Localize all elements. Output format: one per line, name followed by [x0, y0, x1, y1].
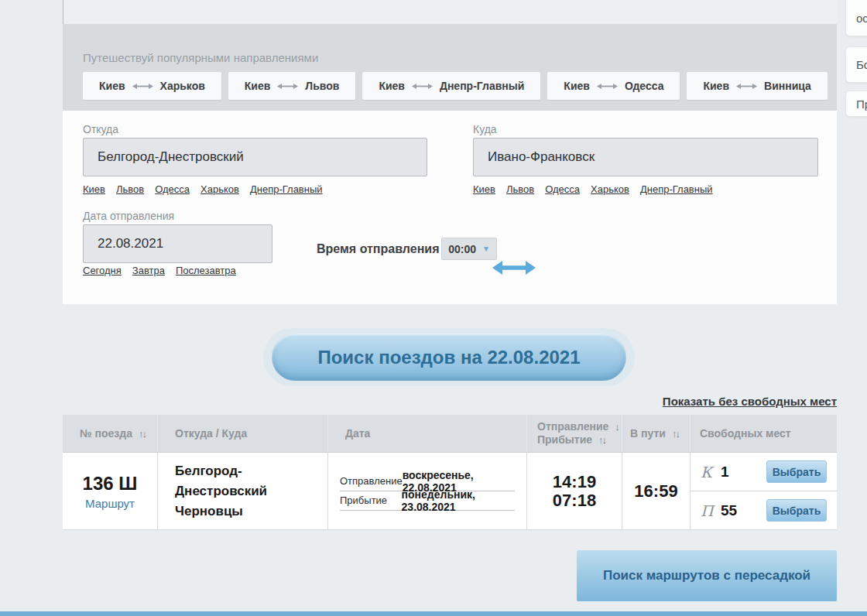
popular-route-kiev-lvov[interactable]: Киев Львов: [228, 72, 356, 100]
duration-value: 16:59: [634, 481, 677, 501]
right-panel-card-1[interactable]: ос: [845, 0, 867, 36]
search-trains-button[interactable]: Поиск поездов на 22.08.2021: [272, 334, 626, 381]
to-input[interactable]: [473, 138, 818, 176]
to-quick-link[interactable]: Львов: [506, 183, 534, 195]
double-arrow-icon: [736, 83, 757, 90]
results-table: № поезда ↑↓ Откуда / Куда Дата Отправлен…: [63, 415, 837, 530]
header-departure-arrival: Отправление↓ Прибытие↑↓: [527, 415, 622, 452]
cell-train-number: 136 Ш Маршрут: [63, 453, 158, 529]
from-quick-link[interactable]: Одесса: [155, 183, 190, 195]
popular-directions-band: Путешествуй популярными направлениями Ки…: [63, 24, 837, 111]
header-label: В пути: [630, 427, 666, 440]
route-to-station: Черновцы: [175, 501, 327, 522]
choose-seat-button[interactable]: Выбрать: [766, 460, 827, 483]
popular-route-kiev-kharkov[interactable]: Киев Харьков: [83, 72, 221, 100]
date-input[interactable]: [83, 224, 272, 263]
route-from: Киев: [379, 80, 405, 92]
popular-route-kiev-dnepr[interactable]: Киев Днепр-Главный: [362, 72, 540, 100]
popular-route-kiev-odessa[interactable]: Киев Одесса: [547, 72, 680, 100]
route-to: Днепр-Главный: [440, 80, 524, 92]
cell-route: Белгород-Днестровский Черновцы: [158, 453, 328, 529]
date-quick-links: СегодняЗавтраПослезавтра: [83, 265, 247, 276]
from-quick-link[interactable]: Харьков: [200, 183, 239, 195]
route-to: Харьков: [160, 80, 205, 92]
departure-time: 14:19: [553, 473, 596, 491]
to-quick-link[interactable]: Киев: [473, 183, 495, 195]
sort-arrival-icon[interactable]: ↑↓: [598, 434, 605, 446]
header-label: Прибытие: [537, 433, 592, 446]
route-to: Одесса: [625, 80, 664, 92]
header-label: Дата: [345, 427, 370, 440]
from-quick-link[interactable]: Днепр-Главный: [250, 183, 323, 195]
popular-routes-row: Киев Харьков Киев Львов Киев Днепр-Главн…: [83, 72, 828, 100]
seat-count: 1: [721, 464, 729, 481]
header-label: Откуда / Куда: [175, 427, 247, 440]
from-quick-link[interactable]: Киев: [83, 183, 105, 195]
train-number: 136 Ш: [83, 473, 138, 495]
date-link-tomorrow[interactable]: Завтра: [132, 265, 165, 276]
route-to: Львов: [305, 80, 339, 92]
header-arrival-line: Прибытие↑↓: [537, 433, 605, 447]
double-arrow-icon: [132, 83, 153, 90]
header-duration: В пути ↑↓: [622, 415, 691, 452]
route-from: Киев: [564, 80, 590, 92]
double-arrow-icon: [412, 83, 433, 90]
header-label: Свободных мест: [700, 427, 791, 440]
cell-dates: Отправление воскресенье, 22.08.2021 Приб…: [328, 453, 527, 529]
results-table-header: № поезда ↑↓ Откуда / Куда Дата Отправлен…: [63, 415, 837, 453]
right-panel-card-2[interactable]: Бо: [845, 46, 867, 83]
to-quick-link[interactable]: Одесса: [545, 183, 580, 195]
search-transfer-routes-button[interactable]: Поиск маршрутов с пересадкой: [577, 550, 837, 601]
arrival-time: 07:18: [553, 491, 596, 510]
sort-duration-icon[interactable]: ↑↓: [672, 428, 679, 440]
time-select-value: 00:00: [448, 243, 476, 255]
popular-directions-label: Путешествуй популярными направлениями: [83, 51, 318, 64]
date-link-aftertomorrow[interactable]: Послезавтра: [176, 265, 236, 276]
right-card-text: Пр: [846, 98, 867, 111]
cell-seats: К 1 Выбрать П 55 Выбрать: [691, 453, 837, 529]
header-date: Дата: [328, 415, 527, 452]
swap-stations-icon[interactable]: [492, 261, 536, 275]
popular-route-kiev-vinnitsa[interactable]: Киев Винница: [687, 72, 827, 100]
seat-class-letter: К: [701, 464, 718, 481]
time-select[interactable]: 00:00 ▼: [441, 238, 497, 260]
seat-row-platzkart: П 55 Выбрать: [691, 491, 837, 529]
sort-departure-icon[interactable]: ↓: [615, 421, 619, 433]
route-details-link[interactable]: Маршрут: [85, 497, 135, 510]
from-quick-link[interactable]: Львов: [116, 183, 144, 195]
right-panel-card-3[interactable]: Пр: [845, 91, 867, 117]
search-form-panel: Откуда Куда КиевЛьвовОдессаХарьковДнепр-…: [63, 111, 837, 304]
choose-seat-button[interactable]: Выбрать: [766, 499, 827, 522]
seat-count: 55: [721, 502, 737, 519]
seat-class-letter: П: [701, 502, 718, 519]
date-link-today[interactable]: Сегодня: [83, 265, 122, 276]
seat-row-coupe: К 1 Выбрать: [691, 453, 837, 491]
to-label: Куда: [473, 123, 497, 135]
cell-duration: 16:59: [622, 453, 691, 529]
show-without-seats-link[interactable]: Показать без свободных мест: [663, 395, 837, 408]
arrival-date-label: Прибытие: [340, 495, 402, 506]
to-quick-link[interactable]: Харьков: [591, 183, 629, 195]
header-train-number: № поезда ↑↓: [63, 415, 158, 452]
date-label: Дата отправления: [83, 210, 174, 222]
route-to: Винница: [764, 80, 811, 92]
route-from-station: Белгород-Днестровский: [175, 461, 327, 501]
to-quick-links: КиевЛьвовОдессаХарьковДнепр-Главный: [473, 183, 724, 195]
sort-train-number-icon[interactable]: ↑↓: [139, 428, 146, 440]
cell-times: 14:19 07:18: [527, 453, 622, 529]
top-panel-cutoff: [63, 0, 837, 24]
route-from: Киев: [99, 80, 125, 92]
departure-date-label: Отправление: [340, 475, 403, 487]
train-search-page: Путешествуй популярными направлениями Ки…: [0, 0, 867, 616]
from-input[interactable]: [83, 138, 427, 176]
header-departure-line: Отправление↓: [537, 420, 619, 433]
show-without-seats-wrap: Показать без свободных мест: [63, 395, 837, 409]
time-from-label: Время отправления с: [317, 242, 450, 256]
to-quick-link[interactable]: Днепр-Главный: [640, 183, 713, 195]
from-label: Откуда: [83, 123, 118, 135]
route-from: Киев: [703, 80, 729, 92]
right-card-text: Бо: [846, 58, 867, 71]
arrival-date-line: Прибытие понедельник, 23.08.2021: [340, 491, 515, 511]
header-label: № поезда: [80, 427, 132, 440]
header-seats: Свободных мест: [691, 415, 837, 452]
